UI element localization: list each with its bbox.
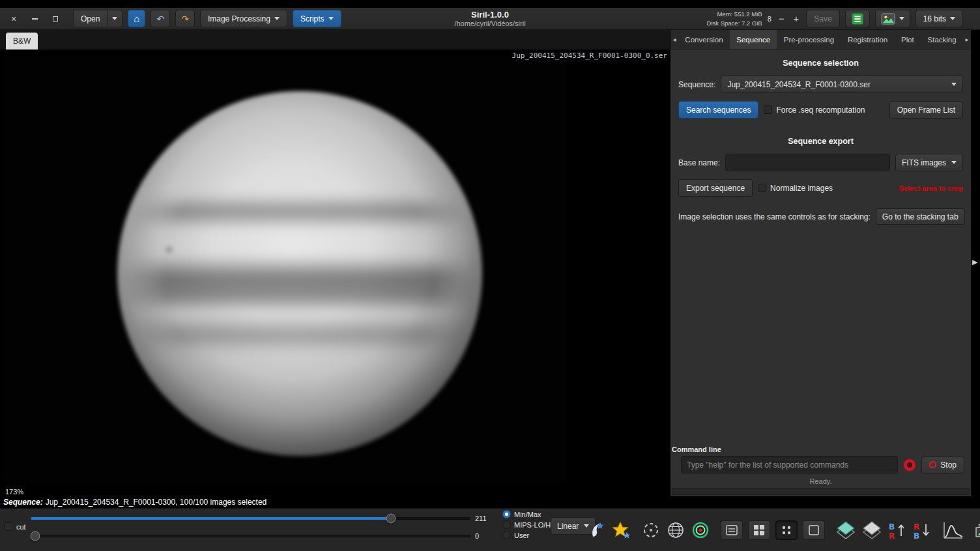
teal-diamond-icon: [835, 520, 856, 540]
tab-bw[interactable]: B&W: [6, 33, 38, 49]
list-view-button[interactable]: [721, 520, 743, 540]
tab-conversion[interactable]: Conversion: [678, 30, 730, 49]
comet-icon: [586, 520, 606, 540]
thread-count: 8: [768, 15, 771, 23]
chevron-down-icon: [950, 17, 955, 20]
frames-stack-button[interactable]: [975, 520, 980, 540]
sequence-status: Sequence:Jup_200415_204534_R_F0001-0300,…: [3, 498, 267, 507]
go-to-stacking-tab-button[interactable]: Go to the stacking tab: [876, 208, 965, 225]
gray-layers-button[interactable]: [861, 520, 882, 540]
open-button[interactable]: Open: [73, 10, 108, 27]
normalize-images-checkbox[interactable]: [758, 184, 766, 192]
redo-button[interactable]: ↷: [175, 10, 195, 27]
image-area[interactable]: Jup_200415_204534_R_F0001-0300_0.ser: [0, 49, 670, 496]
high-level-slider[interactable]: [30, 517, 470, 520]
open-dropdown-button[interactable]: [108, 10, 122, 27]
stop-button[interactable]: Stop: [921, 457, 964, 473]
titlebar-right: Mem: 551.2 MiB Disk Space: 7.2 GiB 8 − +…: [707, 10, 972, 27]
sequence-label: Sequence:: [678, 80, 715, 89]
blue-red-shift-icon: BR: [887, 520, 907, 540]
radio-minmax[interactable]: [502, 510, 511, 518]
bit-depth-dropdown[interactable]: 16 bits: [915, 10, 963, 27]
target-rings-button[interactable]: [691, 520, 710, 540]
planet-bands: [117, 91, 482, 456]
home-button[interactable]: ⌂: [128, 10, 145, 27]
tabs-scroll-left-icon[interactable]: ◂: [670, 36, 678, 43]
panel-expander-icon[interactable]: ▶: [972, 258, 977, 266]
bit-depth-value: 16 bits: [923, 14, 946, 23]
zoom-out-button[interactable]: −: [777, 14, 786, 23]
planet-disk: [117, 91, 482, 456]
export-format-value: FITS images: [902, 158, 946, 167]
astrometry-annotations-button[interactable]: [666, 520, 685, 540]
chevron-down-icon: [112, 17, 117, 20]
command-line-heading: Command line: [670, 444, 971, 456]
sequence-dropdown[interactable]: Jup_200415_204534_R_F0001-0300.ser: [721, 76, 963, 93]
stop-label: Stop: [940, 460, 957, 470]
tab-pre-processing[interactable]: Pre-processing: [777, 30, 841, 49]
export-sequence-button[interactable]: Export sequence: [678, 179, 753, 197]
force-seq-recomputation-label: Force .seq recomputation: [776, 106, 865, 115]
close-icon[interactable]: ×: [8, 12, 20, 25]
select-area-to-crop-hint: Select area to crop: [899, 184, 963, 192]
undo-button[interactable]: ↶: [151, 10, 170, 27]
image-processing-menu-button[interactable]: Image Processing: [200, 10, 287, 27]
radio-user[interactable]: [502, 531, 511, 539]
export-format-dropdown[interactable]: FITS images: [895, 154, 963, 171]
viewer-toolbar: BR RB: [586, 515, 980, 545]
minimize-icon[interactable]: [29, 12, 40, 25]
photometry-aperture-button[interactable]: [641, 520, 661, 540]
log-expander[interactable]: [672, 488, 970, 495]
high-slider-fill: [31, 517, 391, 520]
high-slider-handle[interactable]: [386, 514, 396, 524]
tabs-scroll-right-icon[interactable]: ▸: [963, 36, 971, 43]
jupiter-image: [3, 57, 567, 482]
image-processing-label: Image Processing: [208, 14, 270, 23]
cut-checkbox[interactable]: [4, 522, 12, 531]
zoom-in-button[interactable]: +: [792, 14, 801, 23]
dots-grid-icon: [781, 524, 792, 536]
chevron-down-icon: [951, 161, 957, 164]
tab-sequence[interactable]: Sequence: [730, 30, 777, 49]
control-panel: ◂ Conversion Sequence Pre-processing Reg…: [670, 30, 971, 496]
radio-mips-label: MIPS-LO/HI: [514, 521, 553, 529]
green-list-button[interactable]: [845, 10, 870, 27]
search-sequences-button[interactable]: Search sequences: [678, 101, 758, 119]
disk-space: Disk Space: 7.2 GiB: [707, 19, 762, 27]
red-blue-shift-icon: RB: [912, 520, 932, 540]
image-display-dropdown-button[interactable]: [875, 10, 910, 27]
maximize-icon[interactable]: [50, 12, 61, 25]
comet-tool-button[interactable]: [586, 520, 606, 540]
open-frame-list-button[interactable]: Open Frame List: [889, 101, 963, 119]
force-seq-recomputation-checkbox[interactable]: [764, 106, 772, 114]
tab-registration[interactable]: Registration: [841, 30, 895, 49]
svg-text:R: R: [914, 522, 919, 531]
low-level-slider[interactable]: [30, 535, 470, 537]
channel-shift-down-button[interactable]: RB: [912, 520, 932, 540]
memory-usage: Mem: 551.2 MiB: [707, 10, 762, 18]
stacking-note: Image selection uses the same controls a…: [678, 212, 871, 221]
grid-view-button[interactable]: [748, 520, 770, 540]
image-canvas: B&W Jup_200415_204534_R_F0001-0300_0.ser: [0, 30, 670, 496]
histogram-button[interactable]: [942, 520, 964, 540]
radio-mips-lo-hi[interactable]: [502, 520, 511, 529]
command-input[interactable]: [681, 456, 898, 473]
image-tabstrip: B&W: [0, 30, 670, 49]
grid-icon: [753, 524, 765, 536]
teal-layers-button[interactable]: [835, 520, 856, 540]
channel-shift-up-button[interactable]: BR: [887, 520, 907, 540]
tab-stacking[interactable]: Stacking: [921, 30, 963, 49]
redo-icon: ↷: [181, 14, 189, 24]
single-view-button[interactable]: [803, 520, 825, 540]
radio-user-label: User: [514, 531, 529, 539]
levels-sliders: [30, 509, 470, 551]
save-button[interactable]: Save: [806, 10, 839, 27]
low-slider-handle[interactable]: [30, 531, 40, 541]
radio-minmax-label: Min/Max: [514, 511, 541, 518]
tab-plot[interactable]: Plot: [895, 30, 921, 49]
scripts-menu-button[interactable]: Scripts: [293, 10, 341, 27]
stop-script-icon[interactable]: [903, 459, 916, 472]
star-detection-button[interactable]: [611, 520, 631, 540]
base-name-input[interactable]: [725, 154, 890, 171]
dots-view-button[interactable]: [775, 520, 798, 540]
